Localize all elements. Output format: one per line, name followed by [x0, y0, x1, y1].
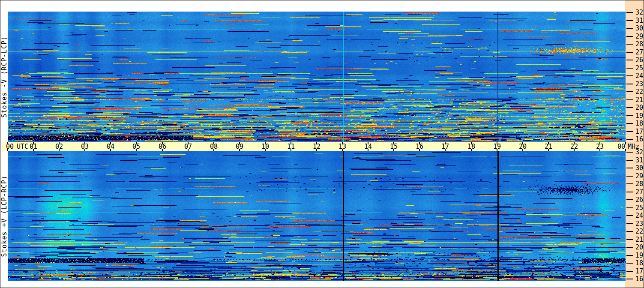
freq-tick-label: 21	[635, 96, 644, 103]
freq-tick-label: 25	[635, 204, 644, 211]
freq-tick	[626, 271, 633, 272]
freq-tick-label: 16	[635, 136, 644, 143]
freq-tick	[626, 28, 633, 29]
freq-tick	[626, 44, 633, 45]
freq-tick	[626, 183, 633, 184]
time-tick-label: 19	[491, 143, 503, 150]
freq-tick-label: 30	[635, 25, 644, 32]
time-tick-label: 11	[285, 143, 297, 150]
freq-tick-label: 22	[635, 228, 644, 235]
spectrogram-stokes-minus-v	[8, 12, 626, 142]
freq-tick-label: 25	[635, 65, 644, 72]
freq-tick-label: 16	[635, 276, 644, 282]
freq-tick-label: 29	[635, 173, 644, 180]
freq-tick-label: 27	[635, 189, 644, 195]
time-tick-label: 02	[53, 143, 65, 150]
time-tick-label: 22	[568, 143, 580, 150]
freq-tick	[626, 239, 633, 240]
freq-tick-label: 27	[635, 49, 644, 56]
freq-tick	[626, 131, 633, 132]
time-tick-label: 18	[465, 143, 477, 150]
freq-tick	[626, 91, 633, 92]
title-bar: AJ4CO Observatory 12 May 2023 - DPS on T…	[1, 1, 627, 12]
freq-tick-label: 28	[635, 41, 644, 48]
freq-tick	[626, 123, 633, 124]
freq-tick-label: 17	[635, 128, 644, 135]
window-frame: AJ4CO Observatory 12 May 2023 - DPS on T…	[0, 0, 644, 288]
time-tick-label: 14	[362, 143, 374, 150]
time-axis-unit: UTC	[17, 143, 28, 150]
freq-tick-label: 18	[635, 120, 644, 127]
freq-tick	[626, 12, 633, 13]
freq-tick	[626, 84, 633, 84]
time-tick-label: 15	[388, 143, 400, 150]
freq-tick	[626, 36, 633, 37]
freq-tick-label: 18	[635, 260, 644, 267]
freq-tick	[626, 231, 633, 232]
freq-tick-label: 22	[635, 88, 644, 95]
freq-tick-label: 26	[635, 196, 644, 203]
freq-tick-label: 32	[635, 149, 644, 156]
freq-tick-label: 19	[635, 112, 644, 119]
freq-tick	[626, 99, 633, 100]
freq-tick	[626, 160, 633, 161]
freq-tick-label: 31	[635, 17, 644, 24]
freq-tick-label: 23	[635, 81, 644, 87]
freq-tick-label: 32	[635, 9, 644, 16]
freq-tick-label: 30	[635, 165, 644, 171]
time-tick	[625, 142, 626, 144]
freq-tick-label: 29	[635, 33, 644, 40]
time-tick-label: 09	[234, 143, 246, 150]
freq-tick-label: 26	[635, 57, 644, 63]
panel-label-text: Stokes +V (LCP-RCP)	[0, 175, 8, 257]
freq-tick	[626, 107, 633, 108]
time-tick-label: 13	[336, 143, 348, 150]
freq-tick	[626, 68, 633, 69]
freq-tick	[626, 168, 633, 168]
time-tick-label: 04	[105, 143, 117, 150]
panel-label-stokes-minus-v: Stokes -V (RCP-LCP)	[0, 12, 8, 142]
freq-tick-label: 19	[635, 252, 644, 259]
freq-tick	[626, 279, 633, 279]
time-tick-label: 12	[311, 143, 323, 150]
freq-tick	[626, 52, 633, 53]
time-tick-label: 16	[413, 143, 425, 150]
time-tick-label: 01	[27, 143, 39, 150]
freq-tick	[626, 139, 633, 140]
time-tick-label: 23	[594, 143, 606, 150]
time-tick-label: 07	[182, 143, 194, 150]
time-tick	[7, 142, 8, 144]
time-tick-label: 06	[156, 143, 168, 150]
time-tick-label: 21	[542, 143, 554, 150]
freq-tick-label: 24	[635, 72, 644, 79]
freq-tick	[626, 255, 633, 256]
freq-tick	[626, 192, 633, 192]
time-tick-label: 10	[259, 143, 271, 150]
freq-tick	[626, 152, 633, 153]
time-tick	[625, 149, 626, 151]
time-tick-label: 03	[79, 143, 91, 150]
freq-tick-label: 28	[635, 180, 644, 187]
time-label-last-hour: 00	[615, 143, 625, 150]
freq-tick	[626, 215, 633, 216]
freq-tick	[626, 199, 633, 200]
freq-tick	[626, 223, 633, 224]
freq-tick-label: 23	[635, 220, 644, 227]
freq-tick	[626, 247, 633, 248]
time-tick-label: 05	[130, 143, 142, 150]
panel-label-text: Stokes -V (RCP-LCP)	[0, 36, 8, 118]
time-tick-label: 17	[439, 143, 451, 150]
time-tick	[7, 149, 8, 151]
freq-tick	[626, 20, 633, 21]
time-tick-label: 20	[517, 143, 529, 150]
freq-tick	[626, 115, 633, 116]
freq-tick-label: 20	[635, 104, 644, 111]
freq-tick	[626, 60, 633, 60]
freq-tick-label: 31	[635, 157, 644, 164]
time-tick-label: 08	[208, 143, 220, 150]
panel-label-stokes-plus-v: Stokes +V (LCP-RCP)	[0, 151, 8, 281]
freq-tick-label: 17	[635, 268, 644, 275]
freq-tick-label: 21	[635, 236, 644, 243]
freq-tick	[626, 75, 633, 76]
freq-tick	[626, 263, 633, 264]
